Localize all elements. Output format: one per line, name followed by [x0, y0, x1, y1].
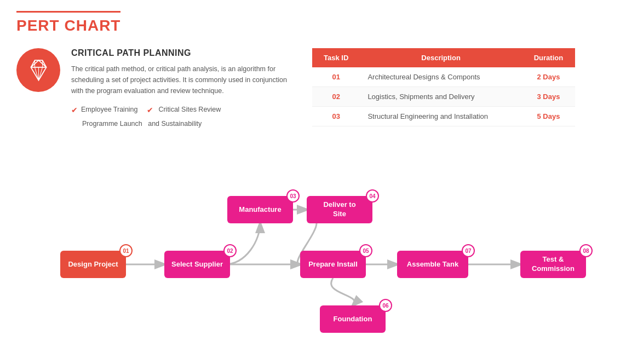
pert-node-05: Prepare Install05 — [300, 251, 366, 278]
table-row: 03 Structural Engineering and Installati… — [312, 107, 575, 126]
arrows-svg — [16, 147, 619, 322]
page: PERT CHART CRITICAL PATH PLANNING — [0, 0, 626, 311]
cell-duration: 2 Days — [522, 67, 575, 87]
cell-id: 03 — [312, 107, 360, 126]
top-section: CRITICAL PATH PLANNING The critical path… — [16, 48, 610, 130]
checklist: ✔ Employee Training ✔ Critical Sites Rev… — [71, 103, 290, 130]
checklist-item-2: Critical Sites Review — [157, 103, 221, 117]
page-title: PERT CHART — [16, 17, 120, 34]
node-badge-05: 05 — [359, 244, 372, 257]
pert-diagram: Design Project01Select Supplier02Manufac… — [16, 147, 610, 300]
cell-id: 01 — [312, 67, 360, 87]
checklist-row-1: ✔ Employee Training ✔ Critical Sites Rev… — [71, 103, 290, 118]
col-duration: Duration — [522, 48, 575, 67]
description-block: CRITICAL PATH PLANNING The critical path… — [16, 48, 290, 130]
table-row: 01 Architectureal Designs & Componts 2 D… — [312, 67, 575, 87]
node-badge-02: 02 — [223, 244, 237, 257]
col-taskid: Task ID — [312, 48, 360, 67]
pert-node-06: Foundation06 — [320, 305, 386, 333]
checkmark-icon-2: ✔ — [147, 103, 153, 118]
node-badge-03: 03 — [286, 189, 300, 203]
cell-desc: Logistics, Shipments and Delivery — [360, 87, 521, 107]
node-badge-07: 07 — [462, 244, 475, 257]
description-body: The critical path method, or critical pa… — [71, 63, 290, 96]
cell-desc: Structural Engineering and Installation — [360, 107, 521, 126]
page-header: PERT CHART — [16, 11, 120, 34]
pert-node-03: Manufacture03 — [227, 196, 293, 223]
title-plain: PERT — [16, 17, 64, 34]
cell-desc: Architectureal Designs & Componts — [360, 67, 521, 87]
table-body: 01 Architectureal Designs & Componts 2 D… — [312, 67, 575, 126]
node-badge-08: 08 — [579, 244, 593, 257]
pert-node-01: Design Project01 — [60, 251, 126, 278]
checklist-item-1: Employee Training — [81, 103, 143, 117]
node-badge-01: 01 — [119, 244, 133, 257]
pert-node-02: Select Supplier02 — [164, 251, 230, 278]
task-table: Task ID Description Duration 01 Architec… — [312, 48, 575, 126]
checklist-item-3: Programme Launch and Sustainability — [82, 118, 202, 131]
svg-line-3 — [35, 67, 38, 80]
cell-id: 02 — [312, 87, 360, 107]
pert-node-07: Assemble Tank07 — [397, 251, 468, 278]
col-description: Description — [360, 48, 521, 67]
pert-node-08: Test &Commission08 — [520, 251, 586, 278]
title-bold: CHART — [64, 17, 120, 34]
checklist-row-2: Programme Launch and Sustainability — [71, 118, 290, 131]
section-title: CRITICAL PATH PLANNING — [71, 48, 290, 58]
checkmark-icon-1: ✔ — [71, 103, 78, 118]
pert-node-04: Deliver toSite04 — [307, 196, 372, 223]
node-badge-06: 06 — [379, 299, 392, 312]
description-text: CRITICAL PATH PLANNING The critical path… — [71, 48, 290, 130]
tasks-table: Task ID Description Duration 01 Architec… — [312, 48, 575, 126]
table-row: 02 Logistics, Shipments and Delivery 3 D… — [312, 87, 575, 107]
svg-line-4 — [38, 67, 42, 80]
cell-duration: 3 Days — [522, 87, 575, 107]
table-header-row: Task ID Description Duration — [312, 48, 575, 67]
diamond-icon — [16, 48, 60, 92]
cell-duration: 5 Days — [522, 107, 575, 126]
node-badge-04: 04 — [366, 189, 379, 203]
